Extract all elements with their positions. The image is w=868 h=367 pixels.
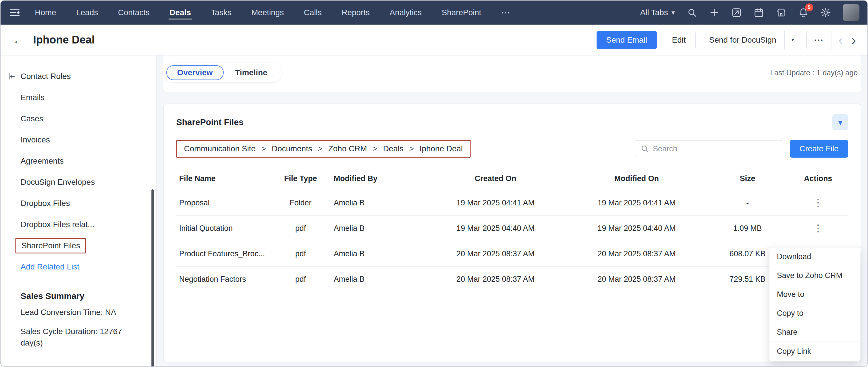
sidebar-item-dropbox-files-related[interactable]: Dropbox Files relat...	[21, 214, 156, 235]
sidebar-scrollbar[interactable]	[151, 189, 154, 367]
breadcrumb-documents[interactable]: Documents	[272, 144, 312, 153]
sidebar-item-label: Dropbox Files	[21, 199, 70, 208]
more-actions-button[interactable]: ⋯	[806, 31, 831, 49]
sidebar-item-label: Emails	[21, 93, 44, 102]
menu-item-move-to[interactable]: Move to	[769, 285, 860, 304]
menu-item-copy-to[interactable]: Copy to	[769, 304, 860, 323]
chevron-down-icon: ▾	[838, 117, 842, 127]
nav-item-contacts[interactable]: Contacts	[118, 1, 150, 25]
cell-file-name[interactable]: Proposal	[176, 190, 270, 216]
sidebar-item-label: Dropbox Files relat...	[21, 220, 94, 229]
marketplace-icon[interactable]	[776, 7, 786, 18]
sidebar-item-contact-roles[interactable]: Contact Roles	[21, 66, 156, 87]
cell-created-on: 20 Mar 2025 08:37 AM	[425, 241, 566, 266]
row-actions-kebab-icon[interactable]: ⋮	[809, 223, 827, 233]
cell-file-name[interactable]: Negotiation Factors	[176, 266, 270, 292]
cell-modified-on: 19 Mar 2025 04:40 AM	[566, 216, 707, 241]
collapse-card-button[interactable]: ▾	[832, 114, 848, 130]
cell-file-name[interactable]: Product Features_Broc...	[176, 241, 270, 266]
cell-created-on: 19 Mar 2025 04:41 AM	[425, 190, 566, 216]
more-tabs-icon[interactable]: ⋯	[501, 7, 511, 18]
cell-modified-on: 20 Mar 2025 08:37 AM	[566, 241, 707, 266]
menu-item-copy-link[interactable]: Copy Link	[769, 342, 860, 361]
activities-icon[interactable]	[732, 7, 742, 18]
sidebar-item-dropbox-files[interactable]: Dropbox Files	[21, 193, 156, 214]
notifications-bell-icon[interactable]: 5	[798, 7, 809, 18]
row-actions-kebab-icon[interactable]: ⋮	[809, 198, 827, 207]
next-record-chevron-icon[interactable]: ›	[850, 33, 858, 47]
table-row: Negotiation Factors pdf Amelia B 20 Mar …	[176, 266, 848, 292]
nav-item-meetings[interactable]: Meetings	[251, 1, 284, 25]
nav-item-calls[interactable]: Calls	[304, 1, 321, 25]
menu-item-download[interactable]: Download	[769, 248, 860, 266]
breadcrumb-separator: >	[261, 144, 266, 153]
cell-modified-by: Amelia B	[331, 190, 425, 216]
sharepoint-files-title: SharePoint Files	[176, 117, 243, 127]
chevron-down-icon: ▾	[672, 9, 675, 16]
add-related-list-link[interactable]: Add Related List	[21, 256, 156, 278]
docusign-dropdown-caret-icon[interactable]: ▾	[784, 31, 801, 49]
sidebar-item-agreements[interactable]: Agreements	[21, 150, 156, 172]
record-actions: Send Email Edit Send for DocuSign ▾ ⋯ ‹ …	[596, 31, 858, 49]
nav-item-deals[interactable]: Deals	[170, 1, 191, 25]
sidebar-item-label: Contact Roles	[21, 72, 71, 81]
breadcrumb-deals[interactable]: Deals	[383, 144, 404, 153]
tab-timeline[interactable]: Timeline	[224, 65, 279, 80]
cell-size: 1.09 MB	[707, 216, 788, 241]
breadcrumb-separator: >	[373, 144, 377, 153]
tab-overview[interactable]: Overview	[166, 65, 224, 80]
nav-item-tasks[interactable]: Tasks	[211, 1, 231, 25]
send-email-button[interactable]: Send Email	[596, 31, 657, 49]
cell-file-type: Folder	[270, 190, 331, 216]
sidebar-item-invoices[interactable]: Invoices	[21, 129, 156, 150]
calendar-icon[interactable]	[754, 7, 764, 18]
nav-item-sharepoint[interactable]: SharePoint	[442, 1, 482, 25]
settings-gear-icon[interactable]	[820, 7, 831, 18]
sidebar-item-label: SharePoint Files	[22, 241, 80, 250]
column-header-modified-by: Modified By	[331, 167, 425, 190]
previous-record-chevron-icon[interactable]: ‹	[837, 33, 844, 47]
breadcrumb-iphone-deal[interactable]: Iphone Deal	[420, 144, 463, 153]
sidebar-item-label: Cases	[21, 114, 43, 123]
sharepoint-files-table: File Name File Type Modified By Created …	[176, 167, 848, 292]
create-file-button[interactable]: Create File	[790, 140, 848, 158]
cell-modified-by: Amelia B	[331, 216, 425, 241]
nav-item-analytics[interactable]: Analytics	[390, 1, 422, 25]
cell-created-on: 19 Mar 2025 04:40 AM	[425, 216, 566, 241]
file-search-box	[636, 140, 782, 157]
sidebar-item-emails[interactable]: Emails	[21, 87, 156, 108]
cell-modified-by: Amelia B	[331, 241, 425, 266]
quick-create-plus-icon[interactable]	[709, 7, 719, 18]
breadcrumb-zoho-crm[interactable]: Zoho CRM	[328, 144, 367, 153]
cell-created-on: 20 Mar 2025 08:37 AM	[425, 266, 566, 292]
all-tabs-dropdown[interactable]: All Tabs ▾	[640, 8, 675, 17]
cell-modified-on: 20 Mar 2025 08:37 AM	[566, 266, 707, 292]
column-header-file-name: File Name	[176, 167, 270, 190]
menu-item-share[interactable]: Share	[769, 323, 860, 342]
hamburger-menu-icon[interactable]	[9, 7, 21, 18]
sidebar-item-label: DocuSign Envelopes	[21, 178, 95, 187]
menu-item-save-to-zoho-crm[interactable]: Save to Zoho CRM	[769, 266, 860, 285]
sidebar-item-cases[interactable]: Cases	[21, 108, 156, 129]
collapse-panel-icon[interactable]	[7, 72, 16, 81]
sidebar-item-label: Agreements	[21, 157, 64, 166]
zoho-crm-window: Home Leads Contacts Deals Tasks Meetings…	[0, 0, 868, 367]
lead-conversion-time-stat: Lead Conversion Time: NA	[21, 307, 144, 318]
breadcrumb-communication-site[interactable]: Communication Site	[184, 144, 256, 153]
cell-file-name[interactable]: Initial Quotation	[176, 216, 270, 241]
file-search-input[interactable]	[636, 140, 782, 157]
add-related-list-label: Add Related List	[21, 262, 79, 272]
search-icon[interactable]	[687, 7, 697, 18]
back-arrow-icon[interactable]: ←	[12, 34, 25, 46]
user-avatar[interactable]	[843, 4, 860, 21]
nav-item-reports[interactable]: Reports	[342, 1, 370, 25]
sidebar-item-sharepoint-files[interactable]: SharePoint Files	[21, 235, 156, 256]
annotation-highlight-box: SharePoint Files	[16, 238, 86, 253]
nav-item-home[interactable]: Home	[35, 1, 56, 25]
edit-button[interactable]: Edit	[662, 31, 696, 49]
sidebar-item-docusign-envelopes[interactable]: DocuSign Envelopes	[21, 172, 156, 193]
table-header-row: File Name File Type Modified By Created …	[176, 167, 848, 190]
send-for-docusign-label[interactable]: Send for DocuSign	[701, 31, 784, 49]
cell-modified-by: Amelia B	[331, 266, 425, 292]
nav-item-leads[interactable]: Leads	[76, 1, 98, 25]
